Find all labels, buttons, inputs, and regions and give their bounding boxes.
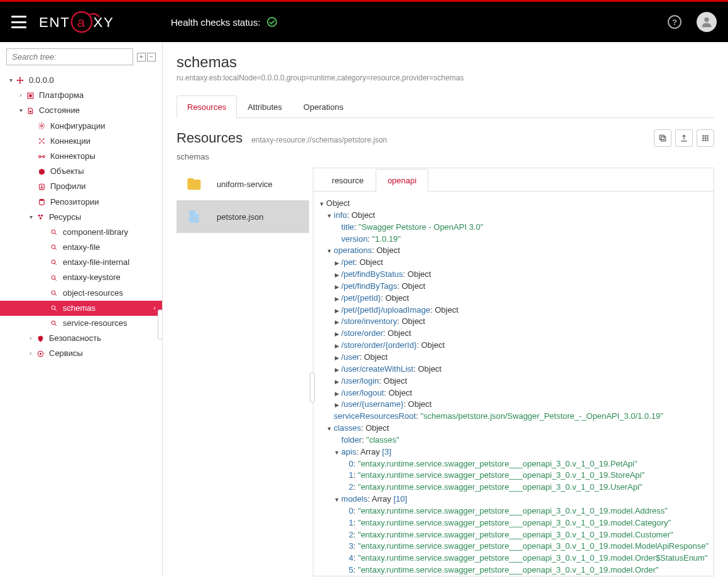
tree-repos[interactable]: Репозитории — [0, 195, 162, 210]
json-row[interactable]: ▶/user: Object — [318, 352, 709, 364]
file-icon — [185, 208, 203, 225]
state-icon — [25, 105, 35, 116]
json-row[interactable]: 2: "entaxy.runtime.service.swagger_petst… — [318, 529, 709, 541]
svg-point-12 — [29, 111, 31, 112]
json-row[interactable]: ▶/user/logout: Object — [318, 387, 709, 399]
tree-config[interactable]: Конфигурации — [0, 119, 162, 134]
json-row[interactable]: 3: "entaxy.runtime.service.swagger_petst… — [318, 541, 709, 553]
page-subtitle: ru.entaxy.esb:localNode=0.0.0.0,group=ru… — [177, 73, 714, 82]
copy-button[interactable] — [654, 129, 671, 147]
tree-resources[interactable]: ▾ Ресурсы — [0, 210, 162, 225]
svg-text:a: a — [77, 14, 85, 30]
json-row[interactable]: 0: "entaxy.runtime.service.swagger_petst… — [318, 505, 709, 517]
svg-point-24 — [41, 215, 43, 217]
sidebar-resize-handle[interactable] — [158, 310, 163, 340]
tree-root[interactable]: ▾ 0.0.0.0 — [0, 73, 162, 88]
svg-point-18 — [38, 155, 40, 157]
topbar: ENT a XY Health checks status: ? — [0, 0, 728, 42]
json-row[interactable]: folder: "classes" — [318, 434, 709, 446]
tree-platform[interactable]: › Платформа — [0, 88, 162, 103]
json-row[interactable]: 0: "entaxy.runtime.service.swagger_petst… — [318, 458, 709, 470]
json-row[interactable]: ▼classes: Object — [318, 423, 709, 434]
json-row[interactable]: 1: "entaxy.runtime.service.swagger_petst… — [318, 470, 709, 482]
tree-schemas[interactable]: schemas› — [0, 301, 162, 316]
json-row[interactable]: ▶/store/order/{orderId}: Object — [318, 340, 709, 352]
svg-point-4 — [704, 18, 709, 22]
json-row[interactable]: ▶/user/createWithList: Object — [318, 364, 709, 375]
json-row[interactable]: version: "1.0.19" — [318, 234, 709, 245]
detail-resize-handle[interactable] — [310, 372, 315, 402]
tree-profiles[interactable]: Профили — [0, 179, 162, 194]
resource-file[interactable]: petstore.json — [177, 200, 309, 233]
search-input[interactable] — [6, 48, 133, 65]
tab-attributes[interactable]: Attributes — [237, 95, 293, 118]
health-label: Health checks status: — [171, 17, 261, 28]
expand-all-icon[interactable]: + — [137, 53, 146, 62]
sidebar: + − ▾ 0.0.0.0 › Платформа ▾ Состояние Ко… — [0, 42, 163, 577]
resource-icon — [49, 318, 59, 328]
json-row[interactable]: ▶/pet/{petId}: Object — [318, 293, 709, 305]
json-row[interactable]: ▼Object — [318, 198, 709, 210]
collapse-all-icon[interactable]: − — [147, 53, 156, 62]
tree-service-resources[interactable]: service-resources — [0, 316, 162, 331]
tree-entaxy-file-internal[interactable]: entaxy-file-internal — [0, 255, 162, 270]
json-row[interactable]: 1: "entaxy.runtime.service.swagger_petst… — [318, 517, 709, 529]
tab-operations[interactable]: Operations — [293, 95, 354, 118]
resource-icon — [49, 303, 59, 313]
breadcrumb[interactable]: schemas — [177, 152, 714, 161]
node-icon — [15, 75, 25, 85]
json-row[interactable]: ▶/store/inventory: Object — [318, 316, 709, 328]
json-row[interactable]: ▼operations: Object — [318, 245, 709, 257]
json-row[interactable]: 5: "entaxy.runtime.service.swagger_petst… — [318, 564, 709, 576]
json-row[interactable]: ▶/user/{username}: Object — [318, 399, 709, 411]
tree-objects[interactable]: Объекты — [0, 164, 162, 179]
svg-rect-44 — [705, 139, 706, 141]
platform-icon — [25, 90, 35, 100]
tree-connections[interactable]: Коннекции — [0, 134, 162, 149]
resource-folder[interactable]: uniform-service — [177, 168, 309, 200]
tree-entaxy-file[interactable]: entaxy-file — [0, 240, 162, 255]
logo: ENT a XY — [39, 9, 139, 35]
json-row[interactable]: ▶/pet/findByTags: Object — [318, 281, 709, 293]
json-row[interactable]: ▼models: Array [10] — [318, 493, 709, 505]
tab-resources[interactable]: Resources — [177, 95, 237, 118]
tree-state[interactable]: ▾ Состояние — [0, 103, 162, 118]
avatar[interactable] — [697, 12, 717, 32]
cube-icon — [36, 166, 46, 176]
connectors-icon — [36, 151, 46, 161]
resource-icon — [49, 273, 59, 283]
svg-point-23 — [38, 215, 40, 217]
tree-security[interactable]: ›Безопасность — [0, 331, 162, 346]
json-row[interactable]: 2: "entaxy.runtime.service.swagger_petst… — [318, 482, 709, 493]
json-row[interactable]: ▶/store/order: Object — [318, 328, 709, 340]
tree-entaxy-keystore[interactable]: entaxy-keystore — [0, 270, 162, 285]
svg-rect-11 — [29, 94, 31, 97]
resource-detail: resource openapi ▼Object▼info: Objecttit… — [313, 168, 714, 576]
detail-tab-openapi[interactable]: openapi — [376, 169, 428, 191]
resource-name: uniform-service — [217, 180, 273, 189]
detail-tab-resource[interactable]: resource — [320, 169, 376, 191]
svg-point-21 — [41, 185, 42, 186]
json-row[interactable]: ▼apis: Array [3] — [318, 446, 709, 458]
menu-toggle-icon[interactable] — [11, 16, 26, 28]
chevron-right-icon: › — [153, 303, 156, 313]
json-row[interactable]: ▶/pet/{petId}/uploadImage: Object — [318, 305, 709, 316]
tree-component-library[interactable]: component-library — [0, 225, 162, 240]
svg-point-13 — [40, 125, 42, 127]
json-row[interactable]: ▶/user/login: Object — [318, 375, 709, 387]
tree-object-resources[interactable]: object-resources — [0, 286, 162, 301]
json-row[interactable]: ▼info: Object — [318, 210, 709, 222]
upload-button[interactable] — [675, 129, 693, 147]
svg-rect-40 — [702, 138, 704, 139]
json-row[interactable]: ▶/pet/findByStatus: Object — [318, 269, 709, 281]
svg-rect-45 — [707, 139, 708, 141]
help-icon[interactable]: ? — [668, 15, 682, 29]
json-row[interactable]: serviceResourcesRoot: "schemas/petstore.… — [318, 411, 709, 423]
tree-services[interactable]: ›Сервисы — [0, 346, 162, 361]
json-row[interactable]: title: "Swagger Petstore - OpenAPI 3.0" — [318, 222, 709, 234]
json-viewer[interactable]: ▼Object▼info: Objecttitle: "Swagger Pets… — [313, 191, 714, 576]
json-row[interactable]: 4: "entaxy.runtime.service.swagger_petst… — [318, 553, 709, 564]
grid-button[interactable] — [697, 129, 714, 147]
tree-connectors[interactable]: Коннекторы — [0, 149, 162, 164]
json-row[interactable]: ▶/pet: Object — [318, 257, 709, 269]
